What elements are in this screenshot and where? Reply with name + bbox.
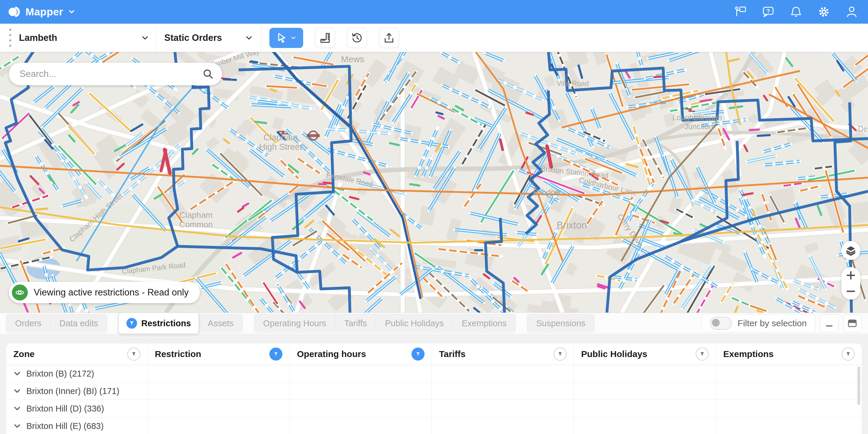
dataset-selector[interactable]: Static Orders <box>156 24 261 52</box>
chevron-expand-icon[interactable] <box>13 422 21 430</box>
column-header-zone: Zone <box>6 343 148 365</box>
layers-button[interactable] <box>841 241 860 260</box>
kebab-menu-icon[interactable] <box>4 29 16 47</box>
chevron-expand-icon[interactable] <box>13 370 21 377</box>
app-header: Mapper ? <box>0 0 868 24</box>
bottom-tab-bar: OrdersData editsRestrictionsAssetsOperat… <box>0 313 868 334</box>
table-row[interactable]: Brixton (B) (2172) <box>6 365 862 382</box>
filter-icon <box>126 318 137 329</box>
tab-orders[interactable]: Orders <box>6 314 50 332</box>
zoom-control <box>841 267 860 300</box>
panel-right-controls: Filter by selection <box>701 314 862 333</box>
region-selector[interactable]: Lambeth <box>16 24 156 52</box>
filter-by-selection-label: Filter by selection <box>738 318 807 328</box>
svg-text:Junction: Junction <box>684 122 713 131</box>
column-filter-icon[interactable] <box>127 347 140 361</box>
panel-gap <box>0 334 868 343</box>
zoom-out-button[interactable] <box>841 284 860 299</box>
region-selector-value: Lambeth <box>19 33 57 43</box>
table-row[interactable]: Brixton Hill (E) (683) <box>6 417 862 434</box>
empty-cell <box>574 382 716 400</box>
ruler-icon <box>319 32 331 44</box>
svg-text:Denm: Denm <box>858 124 868 133</box>
expand-panel-button[interactable] <box>843 314 862 333</box>
column-header-operating-hours: Operating hours <box>289 343 432 365</box>
empty-cell <box>432 365 574 382</box>
tab-groups: OrdersData editsRestrictionsAssetsOperat… <box>0 314 594 333</box>
empty-cell <box>148 382 289 400</box>
notifications-bell-icon[interactable] <box>789 5 803 19</box>
chevron-down-icon <box>291 35 296 40</box>
status-banner-text: Viewing active restrictions - Read only <box>34 287 189 298</box>
minimize-icon <box>824 318 834 328</box>
table-scrollbar[interactable] <box>857 367 860 405</box>
help-icon[interactable]: ? <box>762 5 775 19</box>
table-row[interactable]: Brixton Hill (D) (336) <box>6 400 862 417</box>
zoom-in-button[interactable] <box>841 268 860 283</box>
svg-text:Brixton: Brixton <box>533 187 560 197</box>
svg-text:Mews: Mews <box>341 54 364 64</box>
map-canvas[interactable]: MewsTimber Mill WayClaphamHigh StreetCla… <box>0 52 868 313</box>
window-icon <box>847 318 858 329</box>
cursor-icon <box>277 32 288 43</box>
filter-by-selection-toggle[interactable]: Filter by selection <box>701 314 815 333</box>
chevron-expand-icon[interactable] <box>13 405 21 412</box>
map-tools <box>270 28 399 48</box>
column-filter-icon[interactable] <box>554 347 567 361</box>
empty-cell <box>716 382 862 400</box>
zone-cell[interactable]: Brixton (B) (2172) <box>6 365 148 382</box>
account-user-icon[interactable] <box>845 5 859 19</box>
empty-cell <box>289 400 432 417</box>
status-banner: Viewing active restrictions - Read only <box>9 282 200 303</box>
select-tool-button[interactable] <box>270 28 303 48</box>
search-input[interactable] <box>19 68 202 80</box>
column-filter-icon[interactable] <box>696 347 709 361</box>
export-tool-button[interactable] <box>379 28 399 48</box>
app-menu-chevron-icon[interactable] <box>67 7 76 16</box>
toolbar: Lambeth Static Orders <box>0 24 868 52</box>
empty-cell <box>148 365 289 382</box>
column-header-restriction: Restriction <box>148 343 289 365</box>
tab-exemptions[interactable]: Exemptions <box>453 314 516 332</box>
tab-suspensions[interactable]: Suspensions <box>527 314 594 332</box>
chevron-down-icon <box>245 34 253 42</box>
app-name: Mapper <box>26 6 63 18</box>
history-tool-button[interactable] <box>347 28 367 48</box>
column-filter-icon[interactable] <box>270 347 282 361</box>
header-icons: ? <box>734 5 859 19</box>
empty-cell <box>289 365 432 382</box>
tab-assets[interactable]: Assets <box>199 314 243 332</box>
history-clock-icon <box>351 32 363 44</box>
zone-cell[interactable]: Brixton (Inner) (BI) (171) <box>6 382 148 400</box>
tab-group: OrdersData edits <box>6 314 107 333</box>
tab-operating-hours[interactable]: Operating Hours <box>254 314 335 332</box>
empty-cell <box>432 417 574 434</box>
empty-cell <box>716 417 862 434</box>
zone-cell[interactable]: Brixton Hill (E) (683) <box>6 417 148 434</box>
table-row[interactable]: Brixton (Inner) (BI) (171) <box>6 382 862 400</box>
column-filter-icon[interactable] <box>411 347 425 361</box>
toggle-switch[interactable] <box>710 317 732 330</box>
column-header-public-holidays: Public Holidays <box>574 343 716 365</box>
settings-gear-icon[interactable] <box>817 5 831 19</box>
tour-icon[interactable] <box>734 5 747 19</box>
measure-tool-button[interactable] <box>315 28 335 48</box>
svg-text:Clapham: Clapham <box>179 211 213 220</box>
search-icon[interactable] <box>202 68 214 80</box>
tab-data-edits[interactable]: Data edits <box>50 314 107 332</box>
tab-public-holidays[interactable]: Public Holidays <box>376 314 452 332</box>
zone-cell[interactable]: Brixton Hill (D) (336) <box>6 400 148 417</box>
tab-group: Operating HoursTariffsPublic HolidaysExe… <box>254 314 516 333</box>
chevron-expand-icon[interactable] <box>13 387 21 395</box>
empty-cell <box>148 400 289 417</box>
empty-cell <box>289 382 432 400</box>
column-filter-icon[interactable] <box>842 347 855 361</box>
empty-cell <box>574 400 716 417</box>
toolbar-divider <box>261 24 261 52</box>
tab-tariffs[interactable]: Tariffs <box>335 314 376 332</box>
table-header-row: ZoneRestrictionOperating hoursTariffsPub… <box>6 343 862 365</box>
restrictions-table: ZoneRestrictionOperating hoursTariffsPub… <box>6 343 862 434</box>
minimize-panel-button[interactable] <box>820 314 838 333</box>
svg-text:?: ? <box>767 8 770 14</box>
tab-restrictions[interactable]: Restrictions <box>118 313 199 334</box>
